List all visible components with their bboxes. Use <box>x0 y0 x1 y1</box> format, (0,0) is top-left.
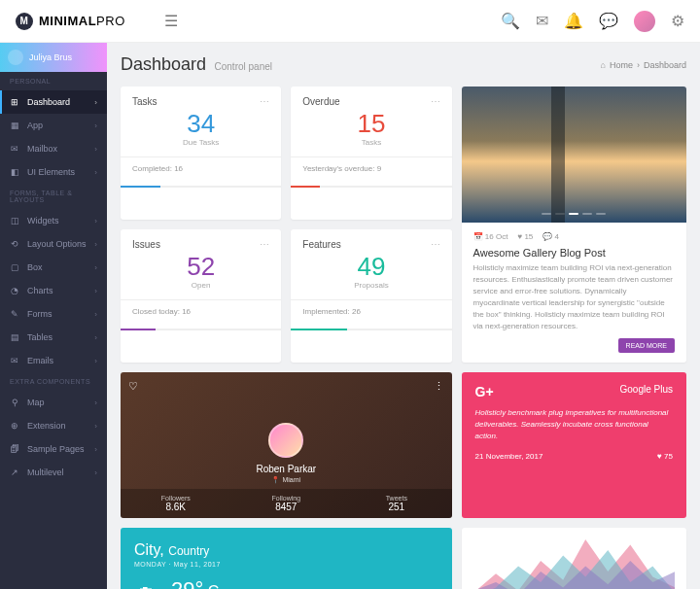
chevron-right-icon: › <box>94 333 97 342</box>
chevron-right-icon: › <box>94 287 97 295</box>
avatar-icon <box>8 50 23 65</box>
more-icon[interactable]: ⋯ <box>260 239 269 250</box>
carousel-dots[interactable] <box>542 213 606 215</box>
profile-name: Roben Parkar <box>121 464 452 474</box>
search-icon[interactable]: 🔍 <box>501 12 520 30</box>
more-icon[interactable]: ⋯ <box>260 96 269 107</box>
sidebar-item-mailbox[interactable]: ✉Mailbox› <box>0 137 107 160</box>
menu-toggle-icon[interactable]: ☰ <box>164 12 178 30</box>
mail-icon[interactable]: ✉ <box>536 12 548 30</box>
nav-icon: ▢ <box>10 262 19 272</box>
more-icon[interactable]: ⋯ <box>431 96 440 107</box>
bell-icon[interactable]: 🔔 <box>564 12 583 30</box>
sidebar-item-app[interactable]: ▦App› <box>0 114 107 137</box>
stat-features: Features⋯ 49 Proposals Implemented: 26 <box>291 229 451 363</box>
nav-icon: ◧ <box>10 167 19 177</box>
page-subtitle: Control panel <box>215 61 272 72</box>
avatar[interactable] <box>268 423 303 458</box>
sidebar: Juliya Brus PERSONAL⊞Dashboard›▦App›✉Mai… <box>0 43 107 589</box>
stat-overdue: Overdue⋯ 15 Tasks Yesterday's overdue: 9 <box>291 87 451 220</box>
heart-icon[interactable]: ♡ <box>128 380 138 393</box>
sidebar-item-forms[interactable]: ✎Forms› <box>0 302 107 326</box>
area-chart <box>473 539 675 589</box>
nav-icon: ✉ <box>10 356 19 365</box>
sidebar-item-layout-options[interactable]: ⟲Layout Options› <box>0 232 107 256</box>
chevron-right-icon: › <box>94 445 97 454</box>
social-card: G+ Google Plus Holisticly benchmark plug… <box>462 372 686 518</box>
sidebar-item-multilevel[interactable]: ↗Multilevel› <box>0 461 107 484</box>
chevron-right-icon: › <box>94 398 97 407</box>
avatar[interactable] <box>634 11 655 32</box>
nav-icon: ✎ <box>10 309 19 319</box>
gear-icon[interactable]: ⚙ <box>671 12 684 30</box>
progress-bar <box>121 186 281 188</box>
sidebar-section-label: FORMS, TABLE & LAYOUTS <box>0 184 107 209</box>
weather-card: City, Country MONDAY · May 11, 2017 🌧 29… <box>121 528 452 589</box>
sidebar-section-label: EXTRA COMPONENTS <box>0 372 107 391</box>
sidebar-item-sample-pages[interactable]: 🗐Sample Pages› <box>0 437 107 461</box>
blog-meta: 📅 16 Oct ♥ 15 💬 4 <box>473 232 675 241</box>
profile-card: ♡⋮ Roben Parkar 📍 Miami Followers8.6K Fo… <box>121 372 452 518</box>
chevron-right-icon: › <box>94 310 97 319</box>
nav-icon: ◔ <box>10 286 19 295</box>
chevron-right-icon: › <box>94 217 97 225</box>
user-name: Juliya Brus <box>29 52 72 62</box>
nav-icon: ✉ <box>10 144 19 154</box>
chevron-right-icon: › <box>94 263 97 272</box>
chevron-right-icon: › <box>94 468 97 477</box>
read-more-button[interactable]: READ MORE <box>618 338 675 353</box>
nav-icon: ⟲ <box>10 239 19 249</box>
sidebar-item-charts[interactable]: ◔Charts› <box>0 279 107 302</box>
sidebar-item-emails[interactable]: ✉Emails› <box>0 349 107 372</box>
sidebar-item-tables[interactable]: ▤Tables› <box>0 326 107 349</box>
page-title: Dashboard <box>121 54 206 74</box>
progress-bar <box>291 329 451 330</box>
likes[interactable]: ♥ 75 <box>657 452 673 461</box>
chart-card <box>462 528 686 589</box>
sidebar-item-ui-elements[interactable]: ◧UI Elements› <box>0 160 107 184</box>
chat-icon[interactable]: 💬 <box>599 12 618 30</box>
chevron-right-icon: › <box>94 98 97 107</box>
chevron-right-icon: › <box>94 240 97 249</box>
chevron-right-icon: › <box>94 121 97 130</box>
home-icon[interactable]: ⌂ <box>601 60 606 70</box>
sidebar-section-label: PERSONAL <box>0 72 107 90</box>
nav-icon: ⊞ <box>10 97 19 107</box>
more-icon[interactable]: ⋯ <box>431 239 440 250</box>
sidebar-item-widgets[interactable]: ◫Widgets› <box>0 209 107 232</box>
blog-image[interactable] <box>462 87 686 223</box>
sidebar-profile[interactable]: Juliya Brus <box>0 43 107 72</box>
nav-icon: ▤ <box>10 332 19 342</box>
nav-icon: ↗ <box>10 468 19 477</box>
nav-icon: ◫ <box>10 216 19 225</box>
sidebar-item-box[interactable]: ▢Box› <box>0 256 107 279</box>
sidebar-item-extension[interactable]: ⊕Extension› <box>0 414 107 437</box>
blog-title: Awesome Gallery Blog Post <box>473 247 675 259</box>
blog-card: 📅 16 Oct ♥ 15 💬 4 Awesome Gallery Blog P… <box>462 87 686 363</box>
profile-location: 📍 Miami <box>121 476 452 484</box>
sidebar-item-map[interactable]: ⚲Map› <box>0 391 107 414</box>
stat-tasks: Tasks⋯ 34 Due Tasks Completed: 16 <box>121 87 281 220</box>
progress-bar <box>121 329 281 330</box>
gplus-icon: G+ <box>475 384 494 399</box>
nav-icon: ⚲ <box>10 398 19 407</box>
sidebar-item-dashboard[interactable]: ⊞Dashboard› <box>0 90 107 114</box>
breadcrumb: ⌂ Home › Dashboard <box>601 60 686 70</box>
chevron-right-icon: › <box>94 168 97 177</box>
weather-icon: 🌧 <box>134 580 158 590</box>
logo[interactable]: M MINIMALPRO <box>16 13 125 30</box>
nav-icon: ⊕ <box>10 421 19 431</box>
chevron-right-icon: › <box>94 357 97 365</box>
nav-icon: ▦ <box>10 121 19 130</box>
more-icon[interactable]: ⋮ <box>434 380 444 393</box>
logo-badge-icon: M <box>16 13 33 30</box>
progress-bar <box>291 186 451 188</box>
chevron-right-icon: › <box>94 145 97 154</box>
topbar: M MINIMALPRO ☰ 🔍 ✉ 🔔 💬 ⚙ <box>0 0 700 43</box>
stat-issues: Issues⋯ 52 Open Closed today: 16 <box>121 229 281 363</box>
blog-text: Holisticly maximize team building ROI vi… <box>473 262 675 332</box>
nav-icon: 🗐 <box>10 444 19 454</box>
chevron-right-icon: › <box>94 422 97 431</box>
